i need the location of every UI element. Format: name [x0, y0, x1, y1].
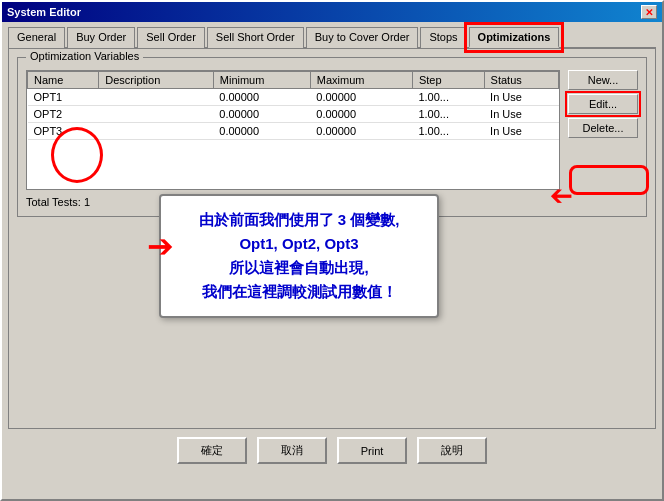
col-name: Name	[28, 72, 99, 89]
table-row[interactable]: OPT2 0.00000 0.00000 1.00... In Use	[28, 106, 559, 123]
cancel-button[interactable]: 取消	[257, 437, 327, 464]
col-status: Status	[484, 72, 558, 89]
tab-bar: General Buy Order Sell Order Sell Short …	[8, 26, 656, 49]
col-minimum: Minimum	[213, 72, 310, 89]
col-maximum: Maximum	[310, 72, 412, 89]
cell-step: 1.00...	[412, 123, 484, 140]
new-button[interactable]: New...	[568, 70, 638, 90]
title-bar: System Editor ✕	[2, 2, 662, 22]
cell-name: OPT3	[28, 123, 99, 140]
delete-button[interactable]: Delete...	[568, 118, 638, 138]
print-button[interactable]: Print	[337, 437, 407, 464]
cell-maximum: 0.00000	[310, 123, 412, 140]
cell-maximum: 0.00000	[310, 89, 412, 106]
edit-button[interactable]: Edit...	[568, 94, 638, 114]
tab-general[interactable]: General	[8, 27, 65, 48]
optimization-table: Name Description Minimum Maximum Step St…	[26, 70, 560, 190]
cell-minimum: 0.00000	[213, 106, 310, 123]
cell-status: In Use	[484, 89, 558, 106]
tab-buy-order[interactable]: Buy Order	[67, 27, 135, 48]
cell-minimum: 0.00000	[213, 89, 310, 106]
cell-description	[99, 89, 214, 106]
cell-step: 1.00...	[412, 89, 484, 106]
table-area: Name Description Minimum Maximum Step St…	[26, 70, 638, 190]
cell-name: OPT2	[28, 106, 99, 123]
arrow-to-edit: ➔	[550, 179, 573, 212]
table-row[interactable]: OPT3 0.00000 0.00000 1.00... In Use	[28, 123, 559, 140]
confirm-button[interactable]: 確定	[177, 437, 247, 464]
annotation-line1: 由於前面我們使用了 3 個變數,	[177, 208, 421, 232]
tab-panel-optimizations: Optimization Variables Name Description …	[8, 49, 656, 429]
col-step: Step	[412, 72, 484, 89]
window-title: System Editor	[7, 6, 81, 18]
tab-buy-to-cover-order[interactable]: Buy to Cover Order	[306, 27, 419, 48]
tab-sell-order[interactable]: Sell Order	[137, 27, 205, 48]
tab-stops[interactable]: Stops	[420, 27, 466, 48]
close-button[interactable]: ✕	[641, 5, 657, 19]
bottom-buttons: 確定 取消 Print 說明	[8, 429, 656, 468]
annotation-line3: 所以這裡會自動出現,	[177, 256, 421, 280]
table-row[interactable]: OPT1 0.00000 0.00000 1.00... In Use	[28, 89, 559, 106]
col-description: Description	[99, 72, 214, 89]
cell-name: OPT1	[28, 89, 99, 106]
cell-step: 1.00...	[412, 106, 484, 123]
cell-minimum: 0.00000	[213, 123, 310, 140]
tab-optimizations[interactable]: Optimizations	[469, 27, 560, 48]
annotation-line4: 我們在這裡調較測試用數值！	[177, 280, 421, 304]
arrow-to-names: ➔	[147, 227, 174, 265]
tab-sell-short-order[interactable]: Sell Short Order	[207, 27, 304, 48]
cell-description	[99, 123, 214, 140]
cell-status: In Use	[484, 106, 558, 123]
cell-maximum: 0.00000	[310, 106, 412, 123]
sidebar-buttons: New... Edit... Delete...	[568, 70, 638, 190]
cell-description	[99, 106, 214, 123]
annotation-line2: Opt1, Opt2, Opt3	[177, 232, 421, 256]
group-box-legend: Optimization Variables	[26, 50, 143, 62]
window-content: General Buy Order Sell Order Sell Short …	[2, 22, 662, 474]
cell-status: In Use	[484, 123, 558, 140]
annotation-box: 由於前面我們使用了 3 個變數, Opt1, Opt2, Opt3 所以這裡會自…	[159, 194, 439, 318]
help-button[interactable]: 說明	[417, 437, 487, 464]
main-window: System Editor ✕ General Buy Order Sell O…	[0, 0, 664, 501]
